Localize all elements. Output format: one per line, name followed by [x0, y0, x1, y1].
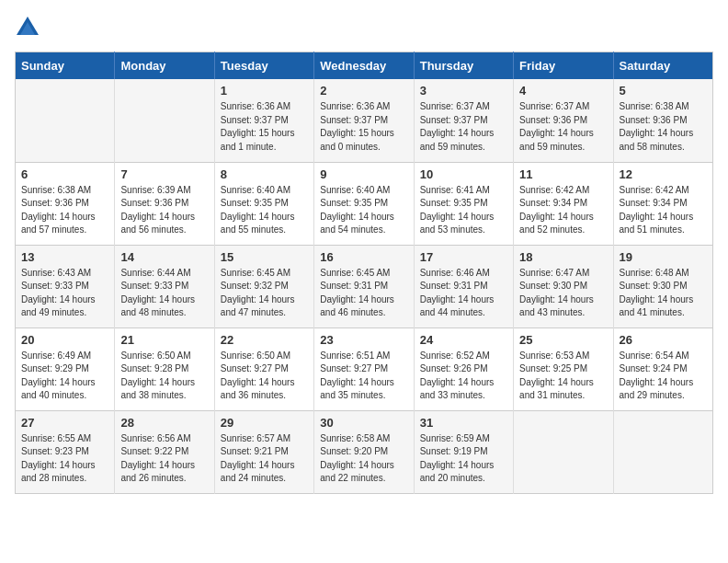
- calendar-week-0: 1Sunrise: 6:36 AM Sunset: 9:37 PM Daylig…: [16, 79, 713, 162]
- day-number: 2: [320, 84, 407, 98]
- calendar-cell: 20Sunrise: 6:49 AM Sunset: 9:29 PM Dayli…: [16, 327, 115, 410]
- calendar-cell: 24Sunrise: 6:52 AM Sunset: 9:26 PM Dayli…: [414, 327, 513, 410]
- day-info: Sunrise: 6:41 AM Sunset: 9:35 PM Dayligh…: [420, 184, 507, 237]
- calendar-week-1: 6Sunrise: 6:38 AM Sunset: 9:36 PM Daylig…: [16, 162, 713, 245]
- day-info: Sunrise: 6:47 AM Sunset: 9:30 PM Dayligh…: [519, 267, 607, 320]
- day-info: Sunrise: 6:37 AM Sunset: 9:37 PM Dayligh…: [420, 100, 507, 154]
- calendar-cell: 21Sunrise: 6:50 AM Sunset: 9:28 PM Dayli…: [115, 327, 214, 410]
- day-number: 7: [120, 167, 208, 181]
- day-number: 23: [320, 333, 407, 347]
- day-number: 3: [420, 84, 507, 98]
- calendar-cell: [514, 410, 613, 493]
- calendar-cell: 1Sunrise: 6:36 AM Sunset: 9:37 PM Daylig…: [214, 79, 313, 162]
- calendar-cell: 13Sunrise: 6:43 AM Sunset: 9:33 PM Dayli…: [16, 245, 115, 327]
- header-friday: Friday: [514, 52, 613, 80]
- day-info: Sunrise: 6:44 AM Sunset: 9:33 PM Dayligh…: [120, 267, 208, 320]
- calendar-cell: 27Sunrise: 6:55 AM Sunset: 9:23 PM Dayli…: [16, 410, 115, 493]
- calendar-cell: 14Sunrise: 6:44 AM Sunset: 9:33 PM Dayli…: [115, 245, 214, 327]
- calendar-cell: 4Sunrise: 6:37 AM Sunset: 9:36 PM Daylig…: [514, 79, 613, 162]
- day-info: Sunrise: 6:46 AM Sunset: 9:31 PM Dayligh…: [420, 267, 507, 320]
- calendar-cell: 28Sunrise: 6:56 AM Sunset: 9:22 PM Dayli…: [115, 410, 214, 493]
- header-thursday: Thursday: [414, 52, 513, 80]
- calendar-cell: 7Sunrise: 6:39 AM Sunset: 9:36 PM Daylig…: [115, 162, 214, 245]
- day-number: 1: [221, 84, 308, 98]
- day-number: 14: [120, 250, 208, 264]
- day-number: 19: [620, 250, 707, 264]
- calendar-header: SundayMondayTuesdayWednesdayThursdayFrid…: [16, 52, 713, 80]
- calendar-cell: 6Sunrise: 6:38 AM Sunset: 9:36 PM Daylig…: [16, 162, 115, 245]
- day-info: Sunrise: 6:40 AM Sunset: 9:35 PM Dayligh…: [320, 184, 407, 237]
- day-number: 18: [519, 250, 607, 264]
- day-info: Sunrise: 6:57 AM Sunset: 9:21 PM Dayligh…: [221, 432, 308, 486]
- calendar-cell: [115, 79, 214, 162]
- day-info: Sunrise: 6:45 AM Sunset: 9:32 PM Dayligh…: [221, 267, 308, 320]
- calendar-cell: [16, 79, 115, 162]
- day-number: 25: [519, 333, 607, 347]
- logo: [15, 15, 44, 40]
- day-number: 29: [221, 416, 308, 430]
- day-info: Sunrise: 6:52 AM Sunset: 9:26 PM Dayligh…: [420, 350, 507, 403]
- calendar-cell: 10Sunrise: 6:41 AM Sunset: 9:35 PM Dayli…: [414, 162, 513, 245]
- header-sunday: Sunday: [16, 52, 115, 80]
- day-number: 15: [221, 250, 308, 264]
- calendar-cell: 25Sunrise: 6:53 AM Sunset: 9:25 PM Dayli…: [514, 327, 613, 410]
- logo-icon: [15, 15, 40, 40]
- calendar-cell: 11Sunrise: 6:42 AM Sunset: 9:34 PM Dayli…: [514, 162, 613, 245]
- day-number: 26: [620, 333, 707, 347]
- day-info: Sunrise: 6:39 AM Sunset: 9:36 PM Dayligh…: [120, 184, 208, 237]
- day-number: 21: [120, 333, 208, 347]
- day-number: 4: [519, 84, 607, 98]
- day-info: Sunrise: 6:36 AM Sunset: 9:37 PM Dayligh…: [320, 100, 407, 154]
- calendar-cell: 17Sunrise: 6:46 AM Sunset: 9:31 PM Dayli…: [414, 245, 513, 327]
- calendar-body: 1Sunrise: 6:36 AM Sunset: 9:37 PM Daylig…: [16, 79, 713, 493]
- calendar-week-2: 13Sunrise: 6:43 AM Sunset: 9:33 PM Dayli…: [16, 245, 713, 327]
- day-number: 24: [420, 333, 507, 347]
- day-info: Sunrise: 6:50 AM Sunset: 9:28 PM Dayligh…: [120, 350, 208, 403]
- day-number: 17: [420, 250, 507, 264]
- calendar-cell: [613, 410, 712, 493]
- day-info: Sunrise: 6:49 AM Sunset: 9:29 PM Dayligh…: [21, 350, 108, 403]
- day-info: Sunrise: 6:51 AM Sunset: 9:27 PM Dayligh…: [320, 350, 407, 403]
- header-monday: Monday: [115, 52, 214, 80]
- calendar-cell: 19Sunrise: 6:48 AM Sunset: 9:30 PM Dayli…: [613, 245, 712, 327]
- header-row: SundayMondayTuesdayWednesdayThursdayFrid…: [16, 52, 713, 80]
- day-info: Sunrise: 6:45 AM Sunset: 9:31 PM Dayligh…: [320, 267, 407, 320]
- calendar-cell: 23Sunrise: 6:51 AM Sunset: 9:27 PM Dayli…: [314, 327, 414, 410]
- calendar-cell: 5Sunrise: 6:38 AM Sunset: 9:36 PM Daylig…: [613, 79, 712, 162]
- calendar-cell: 31Sunrise: 6:59 AM Sunset: 9:19 PM Dayli…: [414, 410, 513, 493]
- page-header: [15, 15, 713, 40]
- day-number: 30: [320, 416, 407, 430]
- day-info: Sunrise: 6:58 AM Sunset: 9:20 PM Dayligh…: [320, 432, 407, 486]
- day-number: 9: [320, 167, 407, 181]
- header-wednesday: Wednesday: [314, 52, 414, 80]
- calendar-cell: 15Sunrise: 6:45 AM Sunset: 9:32 PM Dayli…: [214, 245, 313, 327]
- day-info: Sunrise: 6:40 AM Sunset: 9:35 PM Dayligh…: [221, 184, 308, 237]
- day-info: Sunrise: 6:56 AM Sunset: 9:22 PM Dayligh…: [120, 432, 208, 486]
- calendar-cell: 3Sunrise: 6:37 AM Sunset: 9:37 PM Daylig…: [414, 79, 513, 162]
- day-number: 12: [620, 167, 707, 181]
- day-number: 11: [519, 167, 607, 181]
- calendar-cell: 12Sunrise: 6:42 AM Sunset: 9:34 PM Dayli…: [613, 162, 712, 245]
- day-info: Sunrise: 6:55 AM Sunset: 9:23 PM Dayligh…: [21, 432, 108, 486]
- calendar-cell: 9Sunrise: 6:40 AM Sunset: 9:35 PM Daylig…: [314, 162, 414, 245]
- day-number: 8: [221, 167, 308, 181]
- day-info: Sunrise: 6:50 AM Sunset: 9:27 PM Dayligh…: [221, 350, 308, 403]
- calendar-week-4: 27Sunrise: 6:55 AM Sunset: 9:23 PM Dayli…: [16, 410, 713, 493]
- day-info: Sunrise: 6:42 AM Sunset: 9:34 PM Dayligh…: [620, 184, 707, 237]
- day-number: 27: [21, 416, 108, 430]
- header-tuesday: Tuesday: [214, 52, 313, 80]
- day-number: 28: [120, 416, 208, 430]
- day-number: 16: [320, 250, 407, 264]
- day-number: 10: [420, 167, 507, 181]
- calendar-cell: 2Sunrise: 6:36 AM Sunset: 9:37 PM Daylig…: [314, 79, 414, 162]
- day-info: Sunrise: 6:43 AM Sunset: 9:33 PM Dayligh…: [21, 267, 108, 320]
- calendar-cell: 22Sunrise: 6:50 AM Sunset: 9:27 PM Dayli…: [214, 327, 313, 410]
- day-info: Sunrise: 6:54 AM Sunset: 9:24 PM Dayligh…: [620, 350, 707, 403]
- day-number: 5: [620, 84, 707, 98]
- calendar-cell: 29Sunrise: 6:57 AM Sunset: 9:21 PM Dayli…: [214, 410, 313, 493]
- day-info: Sunrise: 6:38 AM Sunset: 9:36 PM Dayligh…: [21, 184, 108, 237]
- day-number: 22: [221, 333, 308, 347]
- calendar-cell: 16Sunrise: 6:45 AM Sunset: 9:31 PM Dayli…: [314, 245, 414, 327]
- day-number: 6: [21, 167, 108, 181]
- day-number: 31: [420, 416, 507, 430]
